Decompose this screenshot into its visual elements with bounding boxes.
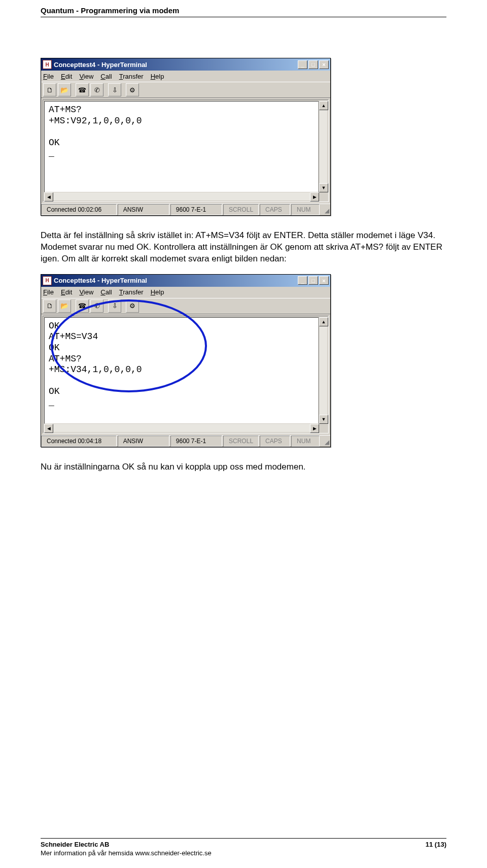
- phone-connect-icon[interactable]: ☎: [76, 299, 89, 313]
- close-button[interactable]: ×: [319, 276, 329, 285]
- hyperterminal-window-2: H Concepttest4 - HyperTerminal _ □ × Fil…: [41, 274, 331, 447]
- status-config: 9600 7-E-1: [176, 206, 206, 213]
- scroll-up-icon[interactable]: ▲: [319, 101, 328, 110]
- open-file-icon[interactable]: 📂: [58, 83, 71, 96]
- app-icon: H: [43, 60, 52, 69]
- paragraph-1: Detta är fel inställning så skriv iställ…: [41, 230, 446, 265]
- menu-file[interactable]: File: [43, 73, 54, 80]
- scroll-down-icon[interactable]: ▼: [319, 183, 328, 192]
- page-header: Quantum - Programmering via modem: [41, 0, 446, 17]
- menu-call[interactable]: Call: [100, 288, 112, 296]
- menu-view[interactable]: View: [79, 288, 93, 296]
- status-connected: Connected 00:04:18: [47, 438, 101, 445]
- titlebar: H Concepttest4 - HyperTerminal _ □ ×: [41, 275, 330, 287]
- horizontal-scrollbar[interactable]: ◀ ▶: [44, 192, 327, 201]
- resize-grip-icon[interactable]: ◢: [321, 436, 330, 447]
- status-caps: CAPS: [265, 206, 282, 213]
- titlebar: H Concepttest4 - HyperTerminal _ □ ×: [41, 58, 330, 71]
- terminal-output[interactable]: OK AT+MS=V34 OK AT+MS? +MS:V34,1,0,0,0,0…: [44, 317, 319, 424]
- scroll-right-icon[interactable]: ▶: [310, 424, 319, 433]
- status-emulation: ANSIW: [123, 206, 143, 213]
- scroll-right-icon[interactable]: ▶: [310, 192, 319, 202]
- minimize-button[interactable]: _: [298, 60, 307, 69]
- terminal-output[interactable]: AT+MS? +MS:V92,1,0,0,0,0 OK _: [44, 101, 319, 192]
- page-footer: Schneider Electric AB Mer information på…: [41, 838, 446, 858]
- menu-transfer[interactable]: Transfer: [119, 73, 144, 80]
- maximize-button[interactable]: □: [308, 276, 318, 285]
- status-scroll: SCROLL: [229, 206, 253, 213]
- resize-grip-icon[interactable]: ◢: [321, 204, 330, 215]
- window-title: Concepttest4 - HyperTerminal: [54, 61, 147, 69]
- vertical-scrollbar[interactable]: ▲ ▼: [319, 101, 327, 192]
- status-num: NUM: [297, 438, 310, 445]
- menu-transfer[interactable]: Transfer: [119, 288, 144, 296]
- menubar: File Edit View Call Transfer Help: [41, 287, 330, 298]
- menubar: File Edit View Call Transfer Help: [41, 71, 330, 82]
- paragraph-2: Nu är inställningarna OK så nu kan vi ko…: [41, 461, 446, 473]
- menu-help[interactable]: Help: [151, 288, 164, 296]
- menu-edit[interactable]: Edit: [61, 288, 72, 296]
- close-button[interactable]: ×: [319, 60, 329, 69]
- minimize-button[interactable]: _: [298, 276, 307, 285]
- status-emulation: ANSIW: [123, 438, 143, 445]
- toolbar: 🗋 📂 ☎ ✆ ⇩ ⚙: [41, 298, 330, 314]
- menu-edit[interactable]: Edit: [61, 73, 72, 80]
- menu-help[interactable]: Help: [151, 73, 164, 80]
- app-icon: H: [43, 276, 52, 285]
- window-title: Concepttest4 - HyperTerminal: [54, 277, 147, 284]
- statusbar: Connected 00:02:06 ANSIW 9600 7-E-1 SCRO…: [41, 204, 330, 215]
- vertical-scrollbar[interactable]: ▲ ▼: [319, 317, 327, 424]
- menu-call[interactable]: Call: [100, 73, 112, 80]
- scroll-down-icon[interactable]: ▼: [319, 415, 328, 424]
- properties-icon[interactable]: ⚙: [126, 83, 139, 96]
- new-file-icon[interactable]: 🗋: [43, 83, 56, 96]
- new-file-icon[interactable]: 🗋: [43, 299, 56, 313]
- open-file-icon[interactable]: 📂: [58, 299, 71, 313]
- hyperterminal-window-1: H Concepttest4 - HyperTerminal _ □ × Fil…: [41, 58, 331, 216]
- footer-info: Mer information på vår hemsida www.schne…: [41, 849, 212, 858]
- scroll-left-icon[interactable]: ◀: [44, 192, 53, 202]
- statusbar: Connected 00:04:18 ANSIW 9600 7-E-1 SCRO…: [41, 435, 330, 447]
- phone-disconnect-icon[interactable]: ✆: [90, 299, 103, 313]
- scroll-up-icon[interactable]: ▲: [319, 317, 328, 326]
- status-connected: Connected 00:02:06: [47, 206, 101, 213]
- send-icon[interactable]: ⇩: [108, 299, 121, 313]
- page-header-title: Quantum - Programmering via modem: [41, 6, 179, 15]
- horizontal-scrollbar[interactable]: ◀ ▶: [44, 424, 327, 432]
- footer-company: Schneider Electric AB: [41, 841, 212, 849]
- menu-file[interactable]: File: [43, 288, 54, 296]
- status-num: NUM: [297, 206, 310, 213]
- menu-view[interactable]: View: [79, 73, 93, 80]
- page-number: 11 (13): [426, 841, 446, 858]
- phone-connect-icon[interactable]: ☎: [76, 83, 89, 96]
- status-caps: CAPS: [265, 438, 282, 445]
- status-scroll: SCROLL: [229, 438, 253, 445]
- maximize-button[interactable]: □: [308, 60, 318, 69]
- send-icon[interactable]: ⇩: [108, 83, 121, 96]
- properties-icon[interactable]: ⚙: [126, 299, 139, 313]
- toolbar: 🗋 📂 ☎ ✆ ⇩ ⚙: [41, 82, 330, 98]
- status-config: 9600 7-E-1: [176, 438, 206, 445]
- scroll-left-icon[interactable]: ◀: [44, 424, 53, 433]
- phone-disconnect-icon[interactable]: ✆: [90, 83, 103, 96]
